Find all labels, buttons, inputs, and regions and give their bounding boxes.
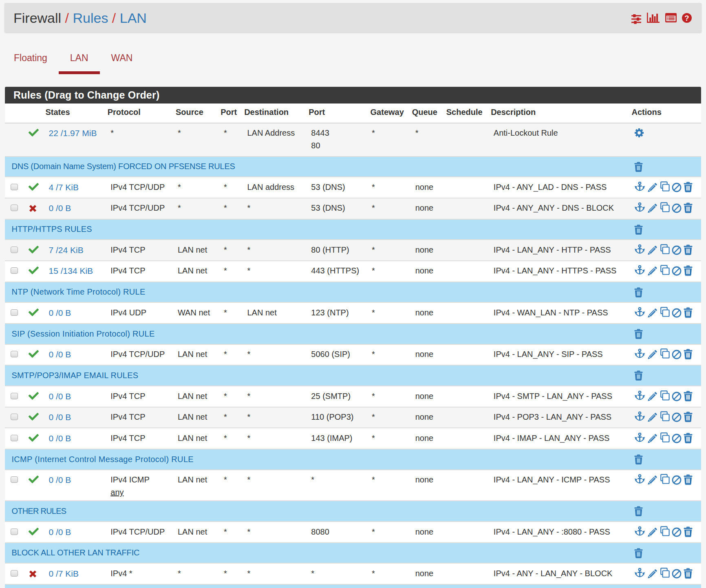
svg-text:?: ?: [684, 14, 689, 22]
